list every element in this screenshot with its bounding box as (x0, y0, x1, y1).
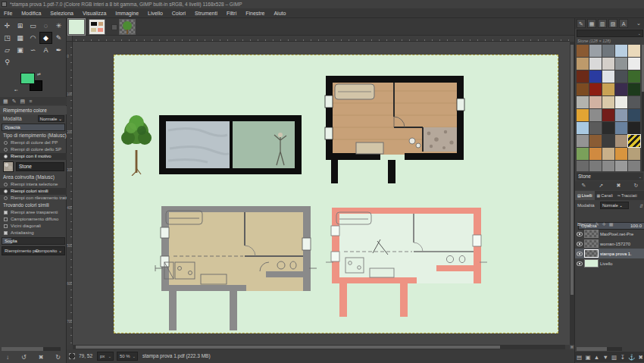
layers-scrollbar[interactable] (577, 347, 622, 351)
pattern-swatch[interactable] (628, 122, 640, 134)
quick-mask-toggle[interactable] (69, 353, 75, 359)
pattern-swatch[interactable] (589, 58, 602, 70)
pattern-swatch[interactable] (615, 135, 627, 147)
pattern-swatch[interactable] (577, 148, 589, 160)
pattern-swatch[interactable] (615, 83, 627, 95)
visibility-eye-icon[interactable] (577, 252, 583, 256)
swap-colors-icon[interactable]: ⇄ (37, 71, 41, 77)
reset-colors-icon[interactable]: ▪▫ (14, 88, 17, 92)
pattern-name-field[interactable]: Stone (16, 162, 64, 171)
restore-preset-button[interactable]: ↺ (21, 354, 27, 361)
pattern-swatch[interactable] (615, 148, 627, 160)
gradients-tab[interactable]: ▥ (598, 19, 607, 28)
pattern-swatch[interactable] (589, 161, 602, 171)
dock-menu-button[interactable]: ⌄ (634, 19, 643, 28)
ruler-corner[interactable] (67, 36, 73, 42)
pattern-swatch[interactable] (628, 83, 640, 95)
menu-tab[interactable]: ≡ (29, 97, 32, 105)
layer-row[interactable]: Livello (575, 258, 644, 268)
fill-bg-radio[interactable]: Riempi di colore dello SP (0, 146, 67, 153)
menu-item[interactable]: Strumenti (191, 8, 221, 18)
pattern-swatch[interactable] (577, 135, 589, 147)
foreground-color-swatch[interactable] (20, 73, 35, 84)
layer-row[interactable]: woman-157270 (575, 239, 644, 249)
image-tab-small[interactable] (111, 24, 117, 30)
duplicate-layer-button[interactable]: ▥ (611, 354, 617, 361)
device-status-tab[interactable]: ✎ (12, 97, 17, 105)
horizontal-ruler[interactable]: 010020030040050060070080090010001100 (73, 36, 570, 42)
delete-pattern-button[interactable]: ✖ (617, 183, 621, 189)
fuzzy-select-tool[interactable]: ✳ (52, 20, 65, 32)
pattern-swatch[interactable] (577, 96, 589, 108)
tool-options-scrollbar[interactable] (2, 347, 61, 351)
unit-dropdown[interactable]: px⌄ (97, 352, 114, 361)
pattern-swatch[interactable] (602, 161, 614, 171)
pattern-swatch[interactable] (628, 161, 640, 171)
ink-tool[interactable]: ✒ (52, 44, 65, 56)
rectangle-select-tool[interactable]: ▭ (27, 20, 39, 32)
visibility-eye-icon[interactable] (577, 261, 583, 266)
pattern-swatch[interactable] (615, 109, 627, 121)
visibility-eye-icon[interactable] (577, 232, 583, 236)
sample-merged-checkbox[interactable]: Campionamento diffuso (0, 216, 67, 223)
menu-item[interactable]: Filtri (223, 8, 240, 18)
lower-layer-button[interactable]: ▼ (602, 354, 608, 361)
pencil-tool[interactable]: ✎ (52, 32, 65, 44)
diagonal-neighbors-checkbox[interactable]: Vicini diagonali (0, 223, 67, 230)
pattern-swatch[interactable] (602, 96, 614, 108)
save-preset-button[interactable]: ↓ (6, 354, 9, 361)
move-tool[interactable]: ✛ (1, 20, 14, 32)
lock-pixels-icon[interactable]: ✎ (596, 221, 599, 228)
eraser-tool[interactable]: ▱ (1, 44, 14, 56)
pattern-swatch[interactable] (628, 58, 640, 70)
menu-item[interactable]: Aiuto (270, 8, 289, 18)
fonts-tab[interactable]: A (619, 19, 628, 28)
pattern-swatch[interactable] (602, 109, 614, 121)
pattern-swatch[interactable] (589, 96, 602, 108)
layer-row-selected[interactable]: stampa prova 1. (575, 249, 644, 258)
new-group-button[interactable]: ▣ (585, 354, 590, 361)
crop-tool[interactable]: ◳ (1, 32, 14, 44)
opacity-slider[interactable]: Opacità (2, 124, 65, 131)
pattern-swatch[interactable] (589, 135, 602, 147)
menu-item[interactable]: Seleziona (46, 8, 77, 18)
image-tab-tree[interactable] (119, 19, 136, 35)
menu-item[interactable]: Colori (168, 8, 189, 18)
pattern-swatch[interactable] (577, 83, 589, 95)
pattern-swatch[interactable] (602, 70, 614, 83)
new-layer-button[interactable]: ▤ (577, 354, 582, 361)
free-select-tool[interactable]: ◌ (39, 20, 52, 32)
pattern-swatch[interactable] (615, 122, 627, 134)
pattern-swatch[interactable] (602, 135, 614, 147)
pattern-swatch[interactable] (589, 148, 602, 160)
pattern-swatch[interactable] (615, 58, 627, 70)
fill-similar-colors-radio[interactable]: Riempi colori simili (0, 188, 67, 195)
text-tool[interactable]: A (39, 44, 52, 56)
pattern-swatch[interactable] (628, 96, 640, 108)
pattern-swatch[interactable] (577, 109, 589, 121)
pattern-thumbnail[interactable] (3, 161, 14, 172)
title-bar[interactable]: *stampa prova 1.pdf-7.0 (Colore RGB inte… (0, 0, 644, 8)
fill-line-art-radio[interactable]: Riempi con rilevamento tratteggio (0, 195, 67, 202)
pattern-swatch[interactable] (577, 122, 589, 134)
histogram-tab[interactable]: ▤ (20, 97, 26, 105)
visibility-eye-icon[interactable] (577, 242, 583, 246)
pattern-filter-input[interactable]: ⌄ (577, 30, 643, 37)
tool-options-tab[interactable]: ▦ (3, 97, 8, 105)
pattern-swatch[interactable] (628, 109, 640, 121)
pattern-swatch[interactable] (628, 135, 640, 147)
reset-tool-button[interactable]: ↻ (55, 354, 61, 361)
pattern-swatch[interactable] (628, 148, 640, 160)
clone-tool[interactable]: ▣ (14, 44, 27, 56)
lock-alpha-icon[interactable]: ▦ (609, 221, 614, 228)
tab-channels[interactable]: ▦Canali (595, 191, 615, 200)
pattern-swatch[interactable] (589, 70, 602, 83)
menu-item[interactable]: Finestre (242, 8, 268, 18)
pattern-swatch[interactable] (615, 45, 627, 57)
mode-dropdown[interactable]: Normale ⌄ (38, 115, 64, 122)
menu-item[interactable]: Immagine (111, 8, 142, 18)
unified-transform-tool[interactable]: ▦ (14, 32, 27, 44)
menu-item[interactable]: File (0, 8, 16, 18)
image-tab-current[interactable] (68, 19, 85, 35)
raise-layer-button[interactable]: ▲ (594, 354, 599, 361)
